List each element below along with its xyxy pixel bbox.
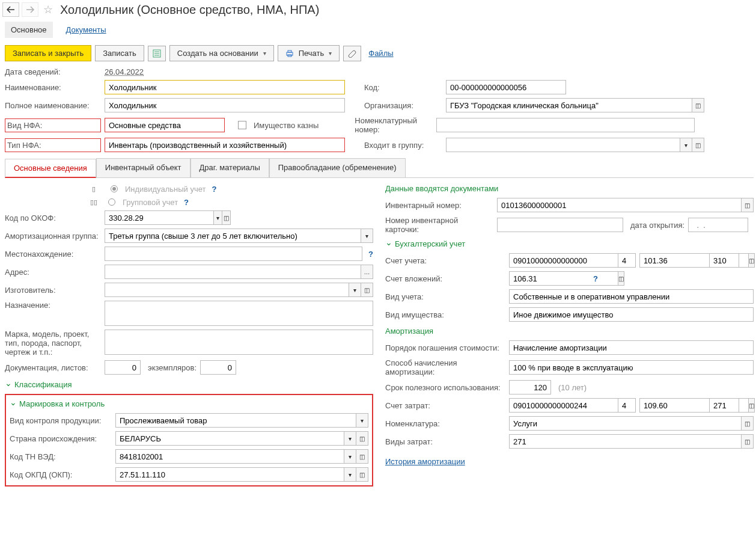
useful-input[interactable]	[509, 380, 551, 394]
cost-acct-input[interactable]	[509, 398, 618, 413]
invest-acct-open-icon[interactable]: ◫	[618, 271, 624, 286]
repay-label: Порядок погашения стоимости:	[385, 343, 505, 352]
save-button[interactable]: Записать	[95, 45, 144, 61]
marking-header[interactable]: Маркировка и контроль	[10, 399, 368, 408]
cost-extra2-open-icon[interactable]: ◫	[749, 398, 755, 413]
acct-extra2-open-icon[interactable]: ◫	[749, 253, 755, 268]
card-num-label: Номер инвентарной карточки:	[385, 216, 493, 234]
country-input[interactable]	[115, 431, 344, 446]
cost-kind-open-icon[interactable]: ◫	[742, 434, 754, 449]
tab-inventory-object[interactable]: Инвентарный объект	[96, 158, 191, 177]
inv-num-input[interactable]	[497, 198, 742, 212]
org-open-icon[interactable]: ◫	[692, 98, 704, 112]
tnved-open-icon[interactable]: ◫	[356, 449, 368, 464]
okof-input[interactable]	[105, 210, 214, 225]
org-input[interactable]	[446, 98, 692, 112]
help-icon[interactable]: ?	[593, 274, 598, 283]
save-close-button[interactable]: Записать и закрыть	[5, 45, 91, 61]
maker-input[interactable]	[105, 283, 349, 297]
okpd-dropdown-icon[interactable]: ▾	[344, 467, 356, 482]
group-radio[interactable]	[108, 198, 115, 206]
cost-extra1-input[interactable]	[618, 398, 636, 413]
amort-group-label: Амортизационная группа:	[5, 232, 101, 241]
tab-main-info[interactable]: Основные сведения	[5, 159, 96, 178]
acct-input[interactable]	[509, 253, 618, 268]
date-value[interactable]: 26.04.2022	[105, 67, 144, 76]
help-icon[interactable]: ?	[368, 250, 373, 259]
list-icon-button[interactable]	[148, 46, 166, 61]
name-label: Наименование:	[5, 83, 101, 92]
nfa-type-input[interactable]	[105, 138, 345, 152]
tab-precious-materials[interactable]: Драг. материалы	[191, 158, 269, 177]
useful-hint: (10 лет)	[558, 383, 587, 392]
maker-dropdown-icon[interactable]: ▾	[349, 283, 361, 297]
help-icon[interactable]: ?	[184, 198, 189, 207]
address-more-icon[interactable]: …	[361, 265, 373, 279]
cost-kind-label: Виды затрат:	[385, 437, 505, 446]
print-button[interactable]: Печать	[278, 45, 340, 61]
invest-acct-input[interactable]	[509, 271, 618, 286]
history-link[interactable]: История амортизации	[385, 457, 465, 466]
nom-num-input[interactable]	[436, 118, 695, 132]
card-num-input[interactable]	[497, 218, 623, 232]
treasury-checkbox[interactable]	[238, 121, 246, 129]
nfa-type-label: Тип НФА:	[5, 138, 101, 152]
country-dropdown-icon[interactable]: ▾	[344, 431, 356, 446]
purpose-textarea[interactable]	[105, 301, 373, 326]
open-date-input[interactable]	[688, 218, 748, 232]
individual-radio[interactable]	[111, 185, 118, 192]
group-input[interactable]	[446, 138, 680, 152]
group-open-icon[interactable]: ◫	[692, 138, 704, 152]
nav-tab-main[interactable]: Основное	[5, 22, 53, 38]
okpd-input[interactable]	[115, 467, 344, 482]
forward-button[interactable]	[22, 2, 38, 17]
doc-data-header: Данные вводятся документами	[385, 184, 754, 193]
tnved-dropdown-icon[interactable]: ▾	[344, 449, 356, 464]
prop-kind-input[interactable]	[509, 307, 754, 322]
fullname-input[interactable]	[105, 98, 345, 112]
help-icon[interactable]: ?	[212, 185, 217, 194]
inv-num-open-icon[interactable]: ◫	[742, 198, 754, 212]
okof-dropdown-icon[interactable]: ▾	[214, 210, 222, 225]
files-link[interactable]: Файлы	[368, 49, 393, 58]
code-input[interactable]	[446, 80, 566, 94]
docs-count-input[interactable]	[105, 360, 141, 375]
tnved-input[interactable]	[115, 449, 344, 464]
control-kind-input[interactable]	[115, 413, 356, 428]
control-kind-dropdown-icon[interactable]: ▾	[356, 413, 368, 428]
acct-kind-input[interactable]	[509, 289, 754, 304]
copies-label: экземпляров:	[148, 363, 197, 372]
acct-extra1-input[interactable]	[618, 253, 636, 268]
group-dropdown-icon[interactable]: ▾	[680, 138, 692, 152]
repay-input[interactable]	[509, 340, 754, 355]
accounting-header[interactable]: Бухгалтерский учет	[385, 239, 754, 248]
nomenclature-open-icon[interactable]: ◫	[742, 416, 754, 431]
amort-group-dropdown-icon[interactable]: ▾	[361, 229, 373, 243]
nomenclature-input[interactable]	[509, 416, 742, 431]
location-input[interactable]	[105, 247, 362, 261]
model-textarea[interactable]	[105, 330, 373, 355]
favorite-star-icon[interactable]: ☆	[41, 2, 55, 17]
useful-label: Срок полезного использования:	[385, 383, 505, 392]
cost-kind-input[interactable]	[509, 434, 742, 449]
country-open-icon[interactable]: ◫	[356, 431, 368, 446]
attachment-button[interactable]	[343, 46, 361, 61]
amort-group-input[interactable]	[105, 229, 361, 243]
nfa-kind-input[interactable]	[105, 118, 225, 132]
single-item-icon: ▯	[89, 184, 99, 194]
tab-rights[interactable]: Правообладание (обременение)	[269, 158, 406, 177]
maker-open-icon[interactable]: ◫	[361, 283, 373, 297]
name-input[interactable]	[105, 80, 345, 94]
nav-tab-documents[interactable]: Документы	[60, 22, 112, 38]
address-input[interactable]	[105, 265, 361, 279]
method-input[interactable]	[509, 360, 754, 375]
copies-input[interactable]	[200, 360, 236, 375]
okpd-label: Код ОКПД (ОКП):	[10, 470, 112, 479]
okpd-open-icon[interactable]: ◫	[356, 467, 368, 482]
cost-extra3-input[interactable]	[709, 398, 739, 413]
create-based-button[interactable]: Создать на основании	[169, 45, 274, 61]
okof-open-icon[interactable]: ◫	[222, 210, 231, 225]
classification-header[interactable]: Классификация	[5, 379, 373, 389]
back-button[interactable]	[2, 2, 19, 17]
acct-extra3-input[interactable]	[709, 253, 739, 268]
